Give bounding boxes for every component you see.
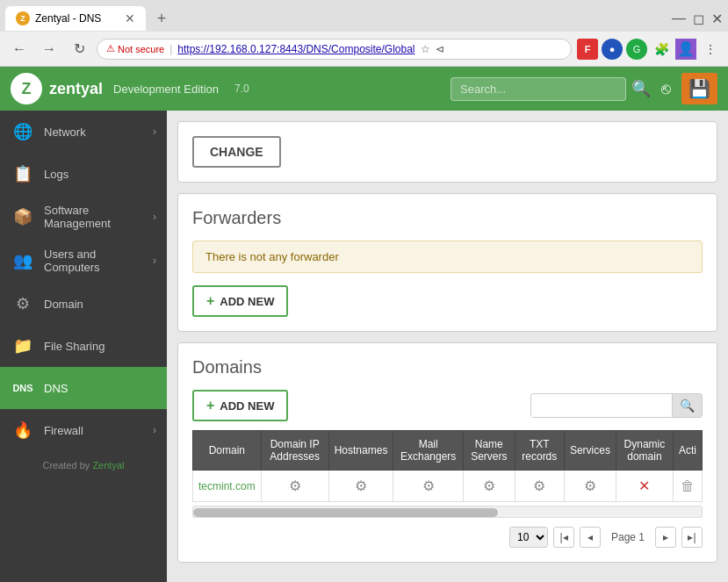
- logs-icon: 📋: [11, 162, 35, 186]
- first-page-button[interactable]: |◂: [553, 527, 574, 548]
- domains-table: Domain Domain IP Addresses Hostnames Mai…: [192, 430, 703, 502]
- chevron-right-icon-software: ›: [153, 211, 156, 223]
- sidebar-item-dns[interactable]: DNS DNS: [0, 367, 167, 409]
- mail-gear-icon[interactable]: ⚙: [422, 478, 435, 493]
- save-button[interactable]: 💾: [681, 73, 717, 104]
- sidebar-item-software[interactable]: 📦 Software Management ›: [0, 195, 167, 239]
- logo-edition: Development Edition: [113, 83, 219, 96]
- sidebar-label-software: Software Management: [44, 204, 153, 230]
- software-icon: 📦: [11, 205, 35, 229]
- logo-circle: Z: [11, 73, 42, 104]
- cell-hostnames[interactable]: ⚙: [328, 471, 393, 502]
- services-gear-icon[interactable]: ⚙: [584, 478, 596, 493]
- menu-button[interactable]: ⋮: [700, 39, 721, 60]
- hostnames-gear-icon[interactable]: ⚙: [355, 478, 367, 493]
- extension-icon-2[interactable]: ●: [602, 39, 623, 60]
- cell-services[interactable]: ⚙: [564, 471, 616, 502]
- cell-name-servers[interactable]: ⚙: [463, 471, 515, 502]
- txt-gear-icon[interactable]: ⚙: [533, 478, 545, 493]
- cell-dynamic-domain[interactable]: ✕: [616, 471, 673, 502]
- extension-icon-3[interactable]: G: [626, 39, 647, 60]
- cell-actions[interactable]: 🗑: [673, 471, 702, 502]
- per-page-select[interactable]: 10 20 50: [509, 527, 548, 548]
- col-domain: Domain: [193, 431, 262, 471]
- domains-title: Domains: [192, 357, 703, 377]
- tab-close-button[interactable]: ✕: [125, 11, 135, 25]
- table-row: tecmint.com ⚙ ⚙ ⚙ ⚙ ⚙ ⚙ ✕ 🗑: [193, 471, 703, 502]
- scrollbar-thumb[interactable]: [193, 508, 498, 517]
- domain-search-button[interactable]: 🔍: [672, 394, 702, 417]
- sidebar-footer: Created by Zentyal: [0, 451, 167, 479]
- extension-icon-1[interactable]: F: [577, 39, 598, 60]
- new-tab-button[interactable]: +: [149, 6, 174, 31]
- forwarders-add-new-button[interactable]: + ADD NEW: [192, 285, 288, 317]
- cell-txt-records[interactable]: ⚙: [515, 471, 564, 502]
- logo-icon: Z: [22, 80, 32, 98]
- browser-toolbar: F ● G 🧩 👤 ⋮: [577, 39, 721, 60]
- security-warning: ⚠ Not secure: [106, 43, 164, 54]
- footer-link[interactable]: Zentyal: [92, 460, 124, 471]
- url-display[interactable]: https://192.168.0.127:8443/DNS/Composite…: [177, 43, 414, 55]
- forward-button[interactable]: →: [37, 37, 61, 61]
- cell-mail-exchangers[interactable]: ⚙: [393, 471, 464, 502]
- logo-area: Z zentyal Development Edition 7.0: [11, 73, 249, 104]
- maximize-button[interactable]: ◻: [693, 11, 704, 27]
- reload-button[interactable]: ↻: [67, 37, 91, 61]
- top-bar-right: ⎋ 💾: [658, 73, 717, 104]
- actions-delete-icon[interactable]: 🗑: [681, 478, 695, 493]
- next-page-button[interactable]: ▸: [655, 527, 676, 548]
- col-name-servers: Name Servers: [463, 431, 515, 471]
- address-input[interactable]: ⚠ Not secure | https://192.168.0.127:844…: [97, 39, 572, 60]
- forwarders-add-new-label: ADD NEW: [220, 295, 274, 308]
- logo-name: zentyal: [49, 80, 103, 98]
- bookmark-star-icon[interactable]: ☆: [421, 43, 430, 55]
- sidebar-item-logs[interactable]: 📋 Logs: [0, 153, 167, 195]
- users-icon: 👥: [11, 248, 35, 273]
- sidebar-label-users: Users and Computers: [44, 248, 153, 274]
- search-icon[interactable]: 🔍: [631, 79, 651, 98]
- dynamic-delete-icon[interactable]: ✕: [638, 478, 650, 493]
- address-bar: ← → ↻ ⚠ Not secure | https://192.168.0.1…: [0, 32, 728, 67]
- domain-ip-gear-icon[interactable]: ⚙: [289, 478, 301, 493]
- sidebar-item-firewall[interactable]: 🔥 Firewall ›: [0, 409, 167, 451]
- cell-domain-ip[interactable]: ⚙: [261, 471, 328, 502]
- minimize-button[interactable]: —: [672, 11, 686, 26]
- sidebar: 🌐 Network › 📋 Logs 📦 Software Management…: [0, 111, 167, 582]
- col-domain-ip: Domain IP Addresses: [261, 431, 328, 471]
- dns-badge: DNS: [11, 376, 35, 400]
- active-tab[interactable]: Z Zentyal - DNS ✕: [5, 6, 146, 31]
- col-services: Services: [564, 431, 616, 471]
- domains-add-new-button[interactable]: + ADD NEW: [192, 390, 288, 421]
- domain-search-input[interactable]: [531, 395, 672, 417]
- sidebar-label-logs: Logs: [44, 168, 156, 181]
- prev-page-button[interactable]: ◂: [580, 527, 601, 548]
- top-bar: Z zentyal Development Edition 7.0 🔍 ⎋ 💾: [0, 67, 728, 111]
- logout-icon[interactable]: ⎋: [658, 76, 674, 102]
- firewall-icon: 🔥: [11, 418, 35, 442]
- close-window-button[interactable]: ✕: [711, 11, 723, 27]
- nameservers-gear-icon[interactable]: ⚙: [483, 478, 495, 493]
- col-actions: Acti: [673, 431, 702, 471]
- domains-add-new-label: ADD NEW: [220, 399, 274, 413]
- col-txt-records: TXT records: [515, 431, 564, 471]
- plus-icon-2: +: [206, 398, 214, 413]
- sidebar-item-users[interactable]: 👥 Users and Computers ›: [0, 239, 167, 283]
- sidebar-item-filesharing[interactable]: 📁 File Sharing: [0, 325, 167, 367]
- domains-section: Domains + ADD NEW 🔍 Doma: [177, 342, 717, 563]
- extensions-button[interactable]: 🧩: [651, 39, 672, 60]
- change-button[interactable]: CHANGE: [192, 136, 281, 168]
- domain-link[interactable]: tecmint.com: [198, 480, 256, 492]
- sidebar-item-domain[interactable]: ⚙ Domain: [0, 283, 167, 325]
- pip-icon[interactable]: ⊲: [436, 43, 444, 55]
- app: Z zentyal Development Edition 7.0 🔍 ⎋ 💾 …: [0, 67, 728, 582]
- domain-search-box[interactable]: 🔍: [530, 393, 703, 418]
- profile-avatar[interactable]: 👤: [675, 39, 696, 60]
- last-page-button[interactable]: ▸|: [681, 527, 703, 548]
- search-input[interactable]: [450, 77, 626, 101]
- horizontal-scrollbar[interactable]: [192, 506, 703, 518]
- tab-bar: Z Zentyal - DNS ✕ + — ◻ ✕: [0, 0, 728, 32]
- pagination: 10 20 50 |◂ ◂ Page 1 ▸ ▸|: [192, 527, 703, 548]
- back-button[interactable]: ←: [7, 37, 32, 61]
- content-area: 🌐 Network › 📋 Logs 📦 Software Management…: [0, 111, 728, 582]
- sidebar-item-network[interactable]: 🌐 Network ›: [0, 111, 167, 153]
